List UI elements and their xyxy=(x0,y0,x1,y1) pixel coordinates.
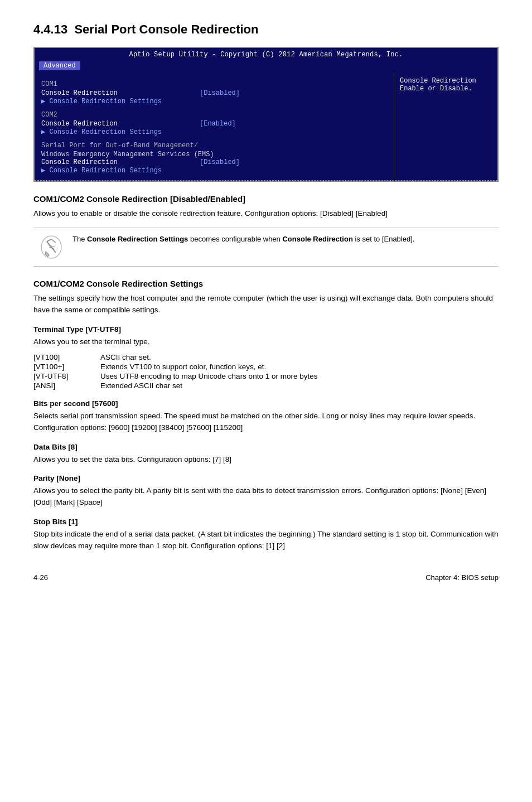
terminal-option-value: Extended ASCII char set xyxy=(100,381,499,390)
com-redirect-desc: Allows you to enable or disable the cons… xyxy=(33,208,499,220)
bits-per-second-heading: Bits per second [57600] xyxy=(33,399,499,408)
note-box: The Console Redirection Settings becomes… xyxy=(33,228,499,267)
note-icon xyxy=(38,234,65,260)
page-footer: 4-26 Chapter 4: BIOS setup xyxy=(33,557,499,582)
bios-com2-settings[interactable]: ▶ Console Redirection Settings xyxy=(41,128,387,136)
bios-body: COM1 Console Redirection [Disabled] ▶ Co… xyxy=(35,73,497,180)
bios-com1-label: COM1 xyxy=(41,80,387,88)
bios-com2-redirect-row: Console Redirection [Enabled] xyxy=(41,120,387,128)
note-text-1: The xyxy=(72,235,87,243)
bios-com1-redirect-label[interactable]: Console Redirection xyxy=(41,89,197,97)
note-bold-2: Console Redirection xyxy=(282,235,352,243)
bios-ems-redirect-value: [Disabled] xyxy=(200,158,240,166)
stop-bits-desc: Stop bits indicate the end of a serial d… xyxy=(33,529,499,552)
bits-per-second-desc: Selects serial port transmission speed. … xyxy=(33,410,499,434)
bios-main-panel: COM1 Console Redirection [Disabled] ▶ Co… xyxy=(35,73,394,180)
bios-com1-settings[interactable]: ▶ Console Redirection Settings xyxy=(41,97,387,105)
note-text: The Console Redirection Settings becomes… xyxy=(72,234,414,245)
terminal-option-row: [ANSI]Extended ASCII char set xyxy=(33,381,499,390)
bios-ems-redirect-row: Windows Emergency Management Services (E… xyxy=(41,151,387,158)
bios-com2-redirect-value: [Enabled] xyxy=(200,120,236,128)
parity-heading: Parity [None] xyxy=(33,474,499,482)
stop-bits-heading: Stop Bits [1] xyxy=(33,518,499,526)
terminal-option-key: [VT100+] xyxy=(33,362,100,371)
terminal-option-row: [VT-UTF8]Uses UTF8 encoding to map Unico… xyxy=(33,371,499,381)
terminal-option-key: [VT100] xyxy=(33,352,100,362)
bios-ems-section: Serial Port for Out-of-Band Management/ … xyxy=(41,142,387,175)
bios-tab-row: Advanced xyxy=(35,60,497,73)
footer-left: 4-26 xyxy=(33,573,48,582)
terminal-option-row: [VT100+]Extends VT100 to support color, … xyxy=(33,362,499,371)
bios-com1-redirect-row: Console Redirection [Disabled] xyxy=(41,89,387,97)
parity-desc: Allows you to select the parity bit. A p… xyxy=(33,485,499,509)
svg-line-4 xyxy=(51,239,56,243)
svg-line-3 xyxy=(47,239,51,241)
bios-header: Aptio Setup Utility - Copyright (C) 2012… xyxy=(35,48,497,60)
bios-ems-settings[interactable]: ▶ Console Redirection Settings xyxy=(41,166,387,175)
redirect-settings-heading: COM1/COM2 Console Redirection Settings xyxy=(33,279,499,288)
bios-com2-label: COM2 xyxy=(41,111,387,119)
bios-ems-redirect-label[interactable]: Console Redirection xyxy=(41,158,197,166)
terminal-option-value: ASCII char set. xyxy=(100,352,499,362)
terminal-option-row: [VT100]ASCII char set. xyxy=(33,352,499,362)
note-text-2: becomes configurable when xyxy=(188,235,282,243)
redirect-settings-desc: The settings specify how the host comput… xyxy=(33,293,499,316)
footer-right: Chapter 4: BIOS setup xyxy=(425,573,499,582)
terminal-options-table: [VT100]ASCII char set.[VT100+]Extends VT… xyxy=(33,352,499,390)
bios-ems-line1: Serial Port for Out-of-Band Management/ xyxy=(41,142,387,149)
data-bits-desc: Allows you to set the data bits. Configu… xyxy=(33,454,499,466)
bios-divider xyxy=(35,180,497,181)
com-redirect-heading: COM1/COM2 Console Redirection [Disabled/… xyxy=(33,194,499,204)
terminal-type-desc: Allows you to set the terminal type. xyxy=(33,336,499,348)
terminal-option-value: Uses UTF8 encoding to map Unicode chars … xyxy=(100,371,499,381)
data-bits-heading: Data Bits [8] xyxy=(33,443,499,451)
bios-com2-redirect-label[interactable]: Console Redirection xyxy=(41,120,197,128)
bios-sidebar-line2: Enable or Disable. xyxy=(400,85,472,93)
terminal-option-value: Extends VT100 to support color, function… xyxy=(100,362,499,371)
bios-ems-redirect-value-row: Console Redirection [Disabled] xyxy=(41,158,387,166)
page-title: 4.4.13 Serial Port Console Redirection xyxy=(33,22,499,37)
note-text-3: is set to [Enabled]. xyxy=(353,235,415,243)
terminal-option-key: [ANSI] xyxy=(33,381,100,390)
terminal-option-key: [VT-UTF8] xyxy=(33,371,100,381)
note-bold-1: Console Redirection Settings xyxy=(87,235,188,243)
bios-ems-line2: Windows Emergency Management Services (E… xyxy=(41,151,214,158)
bios-sidebar: Console Redirection Enable or Disable. xyxy=(394,73,497,180)
bios-ui-box: Aptio Setup Utility - Copyright (C) 2012… xyxy=(33,47,499,182)
terminal-type-heading: Terminal Type [VT-UTF8] xyxy=(33,325,499,334)
bios-sidebar-line1: Console Redirection xyxy=(400,77,476,85)
bios-com1-redirect-value: [Disabled] xyxy=(200,89,240,97)
bios-tab-advanced[interactable]: Advanced xyxy=(39,61,80,70)
